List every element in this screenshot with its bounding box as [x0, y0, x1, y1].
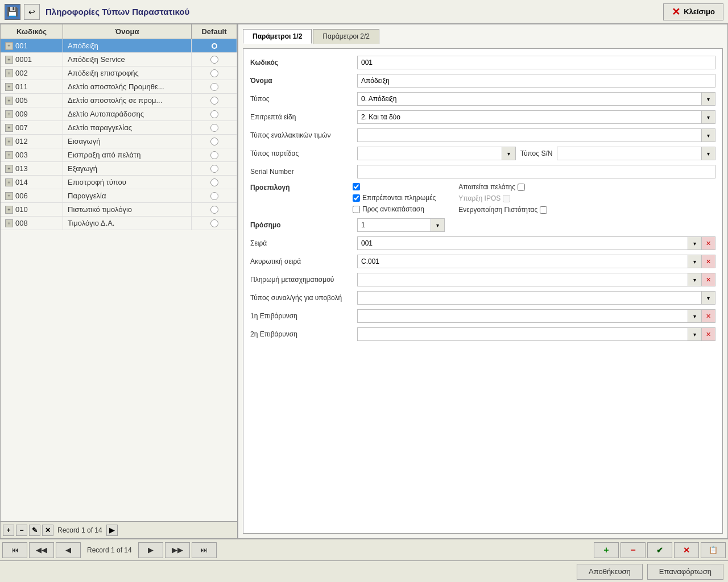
expand-icon[interactable]: + — [5, 83, 13, 91]
default-radio[interactable] — [210, 178, 218, 186]
epivarvynsi1-input[interactable] — [357, 309, 688, 323]
pliromi-input[interactable] — [357, 273, 688, 286]
epitrepta-input[interactable] — [357, 110, 702, 124]
expand-icon[interactable]: + — [5, 151, 13, 159]
list-row[interactable]: +013Εξαγωγή — [1, 162, 237, 176]
list-row[interactable]: +003Εισπραξη από πελάτη — [1, 148, 237, 162]
prosimo-dropdown-btn[interactable]: ▾ — [431, 218, 445, 232]
epivarvynsi1-dropdown-btn[interactable]: ▾ — [688, 309, 702, 323]
tipos-enallaktikon-dropdown-btn[interactable]: ▾ — [702, 128, 715, 142]
expand-icon[interactable]: + — [5, 110, 13, 118]
list-row[interactable]: +005Δελτίο αποστολής σε προμ... — [1, 94, 237, 107]
expand-icon[interactable]: + — [5, 192, 13, 200]
seira-input[interactable] — [357, 236, 688, 250]
nav-confirm-button[interactable]: ✔ — [647, 542, 672, 558]
apaiteitai-pelatis-checkbox[interactable] — [518, 184, 525, 191]
nav-copy-button[interactable]: 📋 — [701, 542, 726, 558]
list-row[interactable]: +009Δελτίο Αυτοπαράδοσης — [1, 107, 237, 121]
tab-params-1[interactable]: Παράμετροι 1/2 — [243, 29, 312, 44]
default-radio[interactable] — [210, 138, 218, 146]
onoma-input[interactable] — [357, 74, 715, 88]
tab-params-2[interactable]: Παράμετροι 2/2 — [313, 29, 379, 44]
tipos-sn-dropdown-btn[interactable]: ▾ — [702, 147, 715, 160]
nav-next-button[interactable]: ▶ — [138, 542, 163, 558]
pliromi-dropdown-btn[interactable]: ▾ — [688, 273, 702, 286]
tipos-synal-dropdown-btn[interactable]: ▾ — [702, 291, 715, 305]
remove-row-button[interactable]: − — [16, 525, 27, 536]
default-radio[interactable] — [210, 219, 218, 227]
default-radio[interactable] — [210, 124, 218, 132]
default-radio[interactable] — [210, 192, 218, 200]
nav-cancel-button[interactable]: ✕ — [674, 542, 699, 558]
pliromi-clear-btn[interactable]: ✕ — [702, 273, 715, 286]
expand-icon[interactable]: + — [5, 124, 13, 132]
yparxi-ipos-checkbox[interactable] — [503, 195, 510, 202]
save-button[interactable]: Αποθήκευση — [577, 564, 643, 580]
energopoiisi-checkbox[interactable] — [540, 206, 547, 214]
save-icon[interactable]: 💾 — [5, 4, 20, 20]
tipos-partidas-input[interactable] — [357, 147, 502, 160]
expand-icon[interactable]: + — [5, 69, 13, 77]
list-row[interactable]: +007Δελτίο παραγγελίας — [1, 121, 237, 135]
akyrotiki-seira-input[interactable] — [357, 255, 688, 268]
edit-row-button[interactable]: ✎ — [29, 525, 40, 536]
list-row[interactable]: +001Απόδειξη — [1, 39, 237, 53]
expand-icon[interactable]: + — [5, 165, 13, 173]
epivarvynsi2-input[interactable] — [357, 327, 688, 341]
add-row-button[interactable]: + — [3, 525, 14, 536]
proepilogi-checkbox[interactable] — [353, 183, 360, 190]
expand-icon[interactable]: + — [5, 178, 13, 186]
default-radio[interactable] — [210, 83, 218, 91]
list-row[interactable]: +014Επιστροφή τύπου — [1, 176, 237, 189]
default-radio[interactable] — [210, 56, 218, 64]
expand-icon[interactable]: + — [5, 56, 13, 64]
default-radio[interactable] — [210, 151, 218, 159]
epivarvynsi2-clear-btn[interactable]: ✕ — [702, 327, 715, 341]
serial-number-input[interactable] — [357, 165, 715, 178]
tipos-sn-input[interactable] — [557, 147, 702, 160]
tipos-partidas-dropdown-btn[interactable]: ▾ — [502, 147, 516, 160]
tipos-dropdown-btn[interactable]: ▾ — [702, 92, 715, 106]
expand-icon[interactable]: + — [5, 219, 13, 227]
close-row-button[interactable]: ✕ — [42, 525, 53, 536]
default-radio[interactable] — [210, 165, 218, 173]
list-row[interactable]: +012Εισαγωγή — [1, 135, 237, 148]
list-row[interactable]: +008Τιμολόγιο Δ.Α. — [1, 217, 237, 230]
seira-dropdown-btn[interactable]: ▾ — [688, 236, 702, 250]
list-row[interactable]: +002Απόδειξη επιστροφής — [1, 66, 237, 80]
expand-icon[interactable]: + — [5, 42, 13, 50]
epitrepta-dropdown-btn[interactable]: ▾ — [702, 110, 715, 124]
akyrotiki-seira-dropdown-btn[interactable]: ▾ — [688, 255, 702, 268]
list-row[interactable]: +011Δελτίο αποστολής Προμηθε... — [1, 80, 237, 94]
nav-add-button[interactable]: + — [594, 542, 619, 558]
list-row[interactable]: +006Παραγγελία — [1, 189, 237, 203]
default-radio[interactable] — [210, 206, 218, 214]
epivarvynsi1-clear-btn[interactable]: ✕ — [702, 309, 715, 323]
default-radio[interactable] — [210, 97, 218, 105]
tipos-synal-input[interactable] — [357, 291, 702, 305]
nav-delete-button[interactable]: − — [621, 542, 646, 558]
nav-first-button[interactable]: ⏮ — [2, 542, 27, 558]
tipos-input[interactable] — [357, 92, 702, 106]
nav-prev-button[interactable]: ◀ — [56, 542, 81, 558]
kodikos-input[interactable] — [357, 56, 715, 69]
nav-next-fast-button[interactable]: ▶▶ — [165, 542, 190, 558]
default-radio[interactable] — [210, 42, 218, 50]
close-button[interactable]: ✕ Κλείσιμο — [663, 3, 723, 20]
list-nav-right[interactable]: ▶ — [106, 525, 118, 536]
expand-icon[interactable]: + — [5, 206, 13, 214]
akyrotiki-seira-clear-btn[interactable]: ✕ — [702, 255, 715, 268]
refresh-button[interactable]: Επαναφόρτωση — [647, 564, 723, 580]
default-radio[interactable] — [210, 110, 218, 118]
back-button[interactable]: ↩ — [24, 4, 40, 20]
list-row[interactable]: +010Πιστωτικό τιμολόγιο — [1, 203, 237, 217]
epivarvynsi2-dropdown-btn[interactable]: ▾ — [688, 327, 702, 341]
nav-prev-fast-button[interactable]: ◀◀ — [29, 542, 54, 558]
default-radio[interactable] — [210, 69, 218, 77]
expand-icon[interactable]: + — [5, 97, 13, 105]
tipos-enallaktikon-input[interactable] — [357, 128, 702, 142]
epitreponte-pliromes-checkbox[interactable] — [353, 194, 360, 202]
prosimo-input[interactable] — [357, 218, 431, 232]
nav-last-button[interactable]: ⏭ — [192, 542, 217, 558]
expand-icon[interactable]: + — [5, 138, 13, 146]
